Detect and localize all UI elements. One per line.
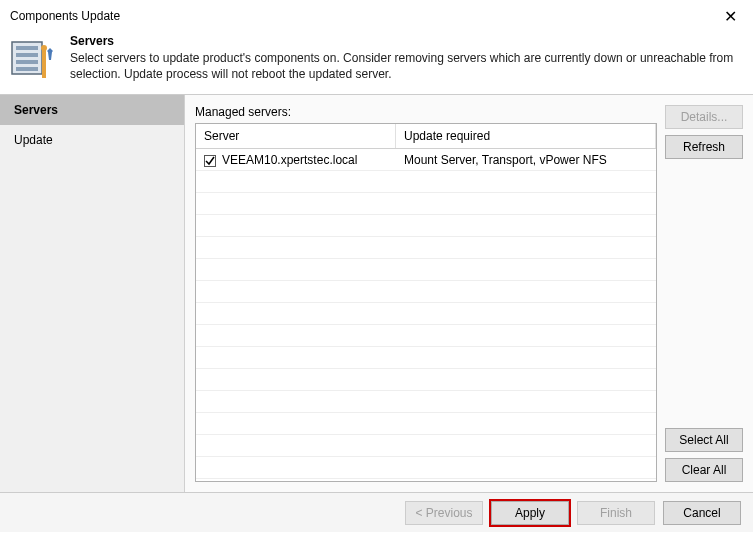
col-header-server[interactable]: Server bbox=[196, 124, 396, 148]
wizard-header: Servers Select servers to update product… bbox=[0, 28, 753, 94]
table-row bbox=[196, 457, 656, 479]
table-row bbox=[196, 215, 656, 237]
sidebar-item-label: Update bbox=[14, 133, 53, 147]
svg-rect-1 bbox=[16, 46, 38, 50]
table-row bbox=[196, 413, 656, 435]
header-title: Servers bbox=[70, 34, 743, 48]
details-button: Details... bbox=[665, 105, 743, 129]
select-all-button[interactable]: Select All bbox=[665, 428, 743, 452]
table-row bbox=[196, 435, 656, 457]
table-row bbox=[196, 237, 656, 259]
sidebar-item-update[interactable]: Update bbox=[0, 125, 184, 155]
table-row bbox=[196, 391, 656, 413]
managed-servers-label: Managed servers: bbox=[195, 105, 657, 119]
svg-rect-2 bbox=[16, 53, 38, 57]
table-header: Server Update required bbox=[196, 124, 656, 149]
close-icon[interactable]: ✕ bbox=[718, 7, 743, 26]
previous-button: < Previous bbox=[405, 501, 483, 525]
cancel-button[interactable]: Cancel bbox=[663, 501, 741, 525]
refresh-button[interactable]: Refresh bbox=[665, 135, 743, 159]
row-checkbox[interactable] bbox=[204, 155, 216, 167]
svg-rect-4 bbox=[16, 67, 38, 71]
col-header-update[interactable]: Update required bbox=[396, 124, 656, 148]
wizard-footer: < Previous Apply Finish Cancel bbox=[0, 492, 753, 532]
cell-server: VEEAM10.xpertstec.local bbox=[222, 153, 357, 167]
table-row bbox=[196, 369, 656, 391]
table-row bbox=[196, 347, 656, 369]
table-row bbox=[196, 281, 656, 303]
svg-point-6 bbox=[41, 45, 47, 51]
table-row bbox=[196, 193, 656, 215]
table-row bbox=[196, 171, 656, 193]
sidebar-item-servers[interactable]: Servers bbox=[0, 95, 184, 125]
servers-table: Server Update required VEEAM10.xpertstec… bbox=[195, 123, 657, 482]
servers-icon bbox=[10, 34, 58, 82]
apply-button[interactable]: Apply bbox=[491, 501, 569, 525]
wizard-sidebar: Servers Update bbox=[0, 95, 185, 492]
header-description: Select servers to update product's compo… bbox=[70, 50, 743, 82]
table-row[interactable]: VEEAM10.xpertstec.local Mount Server, Tr… bbox=[196, 149, 656, 171]
sidebar-item-label: Servers bbox=[14, 103, 58, 117]
table-row bbox=[196, 303, 656, 325]
table-row bbox=[196, 325, 656, 347]
window-title: Components Update bbox=[10, 9, 120, 23]
svg-rect-5 bbox=[42, 50, 46, 78]
svg-rect-3 bbox=[16, 60, 38, 64]
table-row bbox=[196, 259, 656, 281]
clear-all-button[interactable]: Clear All bbox=[665, 458, 743, 482]
cell-update: Mount Server, Transport, vPower NFS bbox=[396, 150, 656, 170]
finish-button: Finish bbox=[577, 501, 655, 525]
